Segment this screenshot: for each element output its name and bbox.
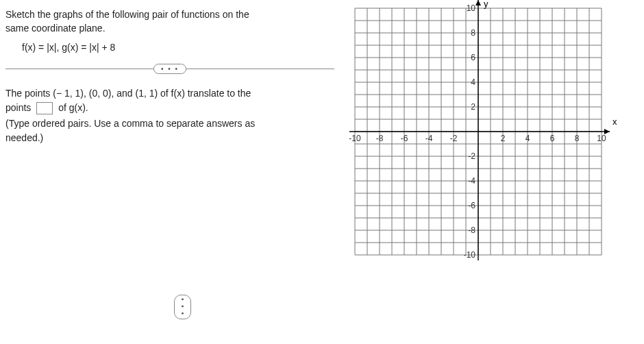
question-line-2: points of g(x). [5, 101, 334, 115]
y-arrow-icon [475, 0, 481, 5]
divider-right [186, 69, 334, 69]
graph-svg: x y -10 -8 -6 -4 -2 2 4 6 8 10 10 8 6 4 … [355, 8, 602, 255]
x-tick: 10 [597, 134, 606, 143]
coordinate-plane[interactable]: x y -10 -8 -6 -4 -2 2 4 6 8 10 10 8 6 4 … [355, 8, 602, 255]
x-tick: -10 [349, 134, 361, 143]
y-tick: 10 [467, 3, 476, 13]
hint-line-2: needed.) [5, 131, 334, 145]
question-part2a: points [5, 102, 31, 113]
y-tick: 4 [471, 77, 475, 87]
y-tick: 8 [471, 28, 475, 38]
x-tick: -4 [425, 134, 433, 143]
x-tick: 6 [550, 134, 555, 143]
y-tick: -10 [464, 250, 476, 260]
prompt-text: Sketch the graphs of the following pair … [5, 8, 334, 35]
bottom-more-pill[interactable]: • • • [174, 295, 191, 319]
hint-line-1: (Type ordered pairs. Use a comma to sepa… [5, 116, 334, 131]
x-tick: -6 [401, 134, 408, 143]
prompt-line-1: Sketch the graphs of the following pair … [5, 9, 249, 20]
y-tick: -4 [468, 176, 475, 186]
answer-input[interactable] [36, 102, 53, 114]
y-axis-label: y [484, 0, 488, 9]
question-block: The points (− 1, 1), (0, 0), and (1, 1) … [5, 86, 334, 145]
function-definitions: f(x) = |x|, g(x) = |x| + 8 [22, 42, 334, 53]
x-axis-label: x [612, 116, 617, 127]
x-tick: 4 [525, 134, 530, 143]
prompt-line-2: same coordinate plane. [5, 23, 106, 34]
x-tick: 2 [501, 134, 506, 143]
more-options-pill[interactable]: • • • [153, 64, 186, 74]
x-tick: -2 [450, 134, 458, 143]
divider-row: • • • [5, 64, 334, 74]
y-tick: -2 [468, 151, 475, 161]
y-tick: 2 [471, 102, 475, 112]
y-tick: 6 [471, 53, 475, 62]
y-tick: -8 [468, 225, 475, 235]
divider-left [5, 69, 153, 69]
y-tick: -6 [468, 201, 475, 210]
x-tick: 8 [575, 134, 580, 143]
question-part2b: of g(x). [58, 102, 88, 113]
x-tick: -8 [376, 134, 384, 143]
question-line-1: The points (− 1, 1), (0, 0), and (1, 1) … [5, 86, 334, 101]
